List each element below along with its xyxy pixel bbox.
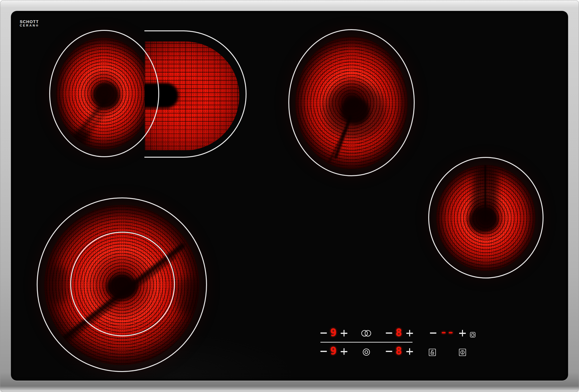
minus-button-timer[interactable] bbox=[430, 333, 436, 334]
display-zone-d: 8 bbox=[394, 345, 403, 356]
plus-button-zone-c[interactable] bbox=[341, 348, 347, 355]
timer-dash bbox=[449, 332, 453, 334]
plus-button-zone-a[interactable] bbox=[341, 330, 347, 336]
timer-clock-icon[interactable] bbox=[470, 332, 476, 337]
burner-front-left-glow bbox=[44, 205, 199, 365]
display-zone-b: 8 bbox=[394, 327, 403, 338]
minus-button-zone-a[interactable] bbox=[320, 333, 327, 334]
cooktop-frame: SCHOTT CERAN® bbox=[0, 0, 579, 392]
extension-zone-icon[interactable] bbox=[361, 330, 372, 337]
ceramic-glass-surface: SCHOTT CERAN® bbox=[11, 11, 568, 381]
power-icon[interactable] bbox=[459, 349, 466, 356]
display-zone-a: 9 bbox=[329, 327, 338, 338]
display-zone-c: 9 bbox=[329, 345, 338, 356]
edge-shadow bbox=[49, 266, 68, 304]
sensor-shadow bbox=[62, 255, 177, 346]
minus-button-zone-d[interactable] bbox=[386, 351, 392, 352]
schott-ceran-logo: SCHOTT CERAN® bbox=[20, 20, 39, 27]
plus-button-timer[interactable] bbox=[459, 330, 466, 336]
extension-notch bbox=[145, 83, 179, 108]
logo-line2: CERAN® bbox=[20, 24, 39, 27]
panel-divider-line bbox=[320, 342, 413, 342]
burner-mid-right-glow bbox=[436, 165, 536, 271]
burner-rear-left-circle-glow bbox=[56, 38, 151, 150]
minus-button-zone-c[interactable] bbox=[320, 351, 327, 352]
dual-circuit-zone-icon[interactable] bbox=[362, 348, 370, 356]
burner-dark-center bbox=[93, 82, 120, 109]
logo-line1: SCHOTT bbox=[20, 20, 39, 24]
burner-rear-left-extension-glow bbox=[145, 42, 239, 150]
child-lock-icon[interactable] bbox=[429, 349, 436, 356]
burner-dark-center bbox=[341, 97, 369, 125]
plus-button-zone-b[interactable] bbox=[406, 330, 413, 336]
burner-dark-center bbox=[469, 207, 499, 233]
burner-rear-right-glow bbox=[295, 37, 408, 169]
burner-dark-center bbox=[106, 275, 138, 299]
timer-dash bbox=[442, 332, 446, 334]
edge-shadow bbox=[60, 126, 93, 150]
plus-button-zone-d[interactable] bbox=[406, 348, 413, 355]
edge-shadow bbox=[176, 278, 199, 314]
minus-button-zone-b[interactable] bbox=[386, 333, 392, 334]
